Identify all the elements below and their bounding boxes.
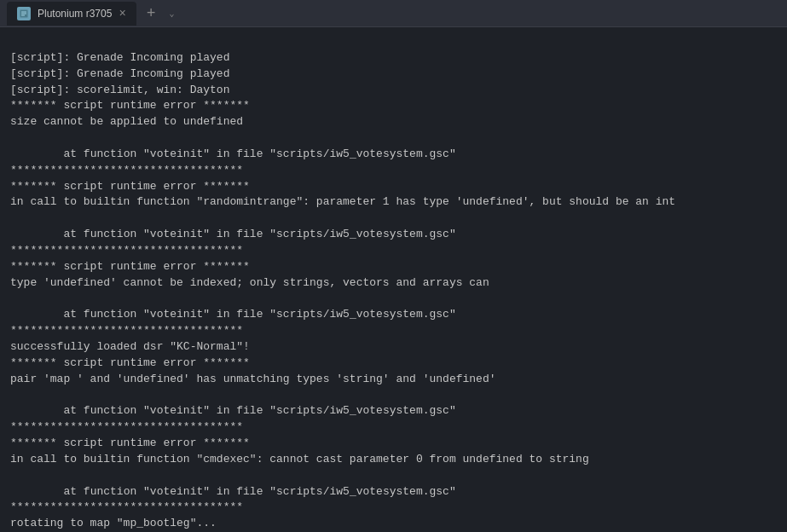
console-line-empty [10,468,777,484]
console-line: [script]: Grenade Incoming played [10,50,777,66]
tab[interactable]: Plutonium r3705 × [7,2,136,26]
console-line: at function "voteinit" in file "scripts/… [10,147,777,163]
console-line: ******* script runtime error ******* [10,259,777,275]
tab-icon [17,7,31,20]
console-line: ******* script runtime error ******* [10,98,777,114]
title-bar: Plutonium r3705 × + ⌄ [0,0,787,27]
console-line: in call to builtin function "cmdexec": c… [10,452,777,468]
new-tab-button[interactable]: + [143,5,159,22]
console-line-empty [10,388,777,404]
console-line: *********************************** [10,243,777,259]
console-line-empty [10,130,777,147]
tab-list-button[interactable]: ⌄ [166,9,178,19]
console-line: *********************************** [10,419,777,436]
console-line-empty [10,211,777,227]
console-line: in call to builtin function "randomintra… [10,194,777,211]
console-line: pair 'map ' and 'undefined' has unmatchi… [10,372,777,388]
console-line: *********************************** [10,500,777,516]
console-line: successfully loaded dsr "KC-Normal"! [10,339,777,356]
console-line: size cannot be applied to undefined [10,114,777,130]
tab-title-text: Plutonium r3705 [38,8,112,20]
console-line-empty [10,292,777,308]
tab-close-button[interactable]: × [119,8,125,20]
console-line: ******* script runtime error ******* [10,436,777,452]
console-line: [script]: scorelimit, win: Dayton [10,83,777,99]
console-line: at function "voteinit" in file "scripts/… [10,403,777,419]
console-line: type 'undefined' cannot be indexed; only… [10,275,777,292]
console-line: at function "voteinit" in file "scripts/… [10,307,777,323]
console-line: ******* script runtime error ******* [10,179,777,195]
console-line: at function "voteinit" in file "scripts/… [10,484,777,500]
console-line: rotating to map "mp_bootleg"... [10,516,777,532]
console-line: *********************************** [10,163,777,179]
console-line: ******* script runtime error ******* [10,356,777,372]
console-output: [script]: Grenade Incoming played[script… [0,27,787,532]
console-line: at function "voteinit" in file "scripts/… [10,227,777,243]
console-line: [script]: Grenade Incoming played [10,66,777,83]
console-line: *********************************** [10,323,777,339]
